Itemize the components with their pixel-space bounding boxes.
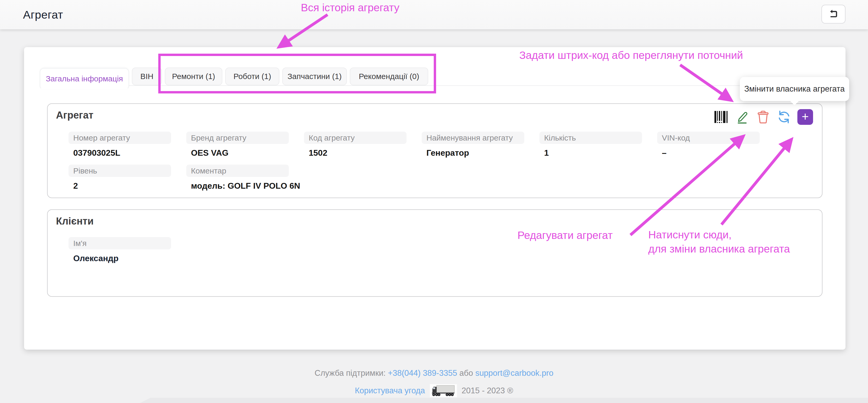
field-value: Генератор bbox=[422, 148, 539, 158]
aggregate-card-title: Агрегат bbox=[56, 110, 93, 121]
field-aggregate-brand: Бренд агрегату OES VAG bbox=[186, 132, 304, 158]
truck-logo bbox=[430, 384, 457, 397]
field-label: Ім'я bbox=[68, 237, 171, 249]
field-label: VIN-код bbox=[657, 132, 760, 144]
add-button[interactable]: + bbox=[797, 109, 813, 125]
return-arrow-icon bbox=[828, 9, 839, 19]
footer-years: 2015 - 2023 ® bbox=[462, 386, 513, 395]
field-level: Рівень 2 bbox=[68, 164, 186, 191]
support-label: Служба підтримки: bbox=[315, 368, 386, 378]
support-or: або bbox=[459, 368, 473, 378]
annotation-change-owner-line1: Натиснути сюди, bbox=[648, 228, 790, 242]
field-label: Кількість bbox=[539, 132, 642, 144]
tab-recommendations[interactable]: Рекомендації (0) bbox=[350, 67, 428, 85]
tab-works[interactable]: Роботи (1) bbox=[225, 67, 279, 85]
field-label: Бренд агрегату bbox=[186, 132, 289, 144]
support-email-link[interactable]: support@carbook.pro bbox=[475, 368, 554, 378]
tooltip-text: Змінити власника агрегата bbox=[744, 84, 845, 94]
edit-button[interactable] bbox=[735, 110, 750, 125]
field-comment: Коментар модель: GOLF IV POLO 6N bbox=[186, 164, 304, 191]
field-value: 1 bbox=[539, 148, 657, 158]
field-label: Номер агрегату bbox=[68, 132, 171, 144]
user-agreement-link[interactable]: Користувача угода bbox=[355, 386, 425, 395]
barcode-button[interactable] bbox=[714, 110, 729, 125]
bottom-strip bbox=[140, 398, 868, 403]
content-panel: Загальна інформація ВІН Ремонти (1) Робо… bbox=[24, 47, 845, 350]
annotation-change-owner: Натиснути сюди, для зміни власника агрег… bbox=[648, 228, 790, 256]
field-label: Найменування агрегату bbox=[422, 132, 524, 144]
tab-parts[interactable]: Запчастини (1) bbox=[282, 67, 347, 85]
field-client-name: Ім'я Олександр bbox=[68, 237, 186, 263]
aggregate-fields-row-2: Рівень 2 Коментар модель: GOLF IV POLO 6… bbox=[68, 164, 304, 191]
field-value: Олександр bbox=[68, 254, 186, 263]
tab-vin[interactable]: ВІН bbox=[132, 67, 162, 85]
support-phone-link[interactable]: +38(044) 389-3355 bbox=[388, 368, 457, 378]
truck-icon bbox=[431, 385, 456, 397]
field-value: 1502 bbox=[304, 148, 422, 158]
edit-icon bbox=[735, 110, 749, 124]
footer-support-line: Служба підтримки: +38(044) 389-3355 або … bbox=[0, 368, 868, 378]
tab-general-info[interactable]: Загальна інформація bbox=[40, 68, 129, 90]
field-vin-code: VIN-код – bbox=[657, 132, 775, 158]
aggregate-card: Агрегат bbox=[47, 103, 823, 198]
annotation-edit: Редагувати агрегат bbox=[518, 229, 613, 242]
tab-repairs[interactable]: Ремонти (1) bbox=[165, 67, 222, 85]
annotation-history: Вся історія агрегату bbox=[301, 2, 400, 14]
barcode-icon bbox=[714, 110, 728, 124]
clients-fields-row: Ім'я Олександр bbox=[68, 237, 186, 263]
aggregate-card-actions: + bbox=[714, 109, 813, 125]
field-label: Коментар bbox=[186, 164, 289, 177]
delete-button[interactable] bbox=[755, 110, 771, 125]
sync-icon bbox=[777, 110, 791, 124]
top-bar: Агрегат bbox=[0, 0, 868, 29]
field-label: Код агрегату bbox=[304, 132, 406, 144]
field-value: 2 bbox=[68, 181, 186, 191]
field-quantity: Кількість 1 bbox=[539, 132, 657, 158]
clients-card-title: Клієнти bbox=[56, 216, 94, 227]
field-aggregate-code: Код агрегату 1502 bbox=[304, 132, 422, 158]
plus-icon: + bbox=[802, 111, 809, 122]
field-value: модель: GOLF IV POLO 6N bbox=[186, 181, 304, 191]
aggregate-fields-row-1: Номер агрегату 037903025L Бренд агрегату… bbox=[68, 132, 775, 158]
field-label: Рівень bbox=[68, 164, 171, 177]
back-button[interactable] bbox=[822, 5, 845, 24]
field-value: – bbox=[657, 148, 775, 158]
field-value: OES VAG bbox=[186, 148, 304, 158]
page: Агрегат Загальна інформація ВІН Ремонти … bbox=[0, 0, 868, 403]
field-aggregate-name: Найменування агрегату Генератор bbox=[422, 132, 539, 158]
page-title: Агрегат bbox=[23, 8, 63, 21]
change-owner-tooltip: Змінити власника агрегата bbox=[740, 77, 849, 101]
tab-bar: Загальна інформація ВІН Ремонти (1) Робо… bbox=[40, 64, 830, 86]
annotation-barcode: Задати штрих-код або переглянути поточни… bbox=[519, 49, 743, 62]
annotation-change-owner-line2: для зміни власника агрегата bbox=[648, 242, 790, 256]
field-aggregate-number: Номер агрегату 037903025L bbox=[68, 132, 186, 158]
field-value: 037903025L bbox=[68, 148, 186, 158]
footer-legal-line: Користувача угода 2015 - 2023 ® bbox=[0, 384, 868, 397]
change-owner-button[interactable] bbox=[776, 110, 792, 125]
trash-icon bbox=[756, 110, 770, 124]
